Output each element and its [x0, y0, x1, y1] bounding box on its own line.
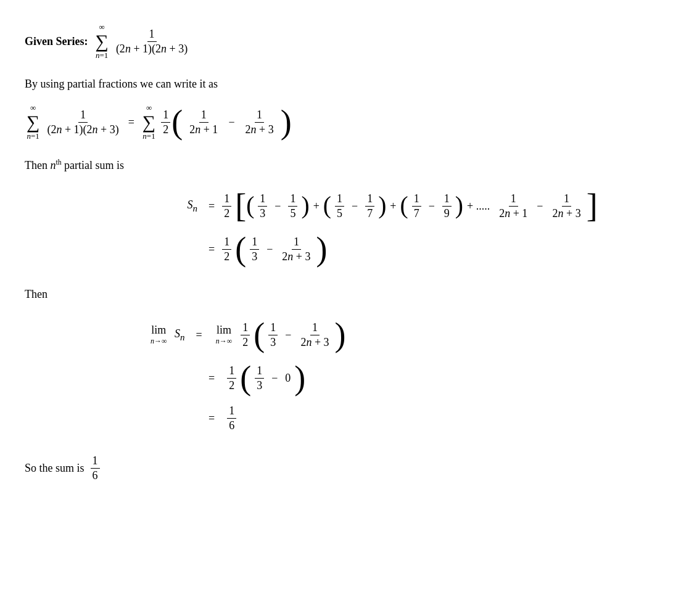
- sn-p2-minus: −: [352, 200, 358, 213]
- sn-tail-f1: 1 2n + 1: [496, 192, 530, 220]
- sn-align: Sn = 1 2 [ ( 1 3: [25, 184, 664, 271]
- sn-tail-f2: 1 2n + 3: [550, 192, 584, 220]
- sn-tail-minus: −: [537, 200, 543, 213]
- sn-p3-lp: (: [400, 194, 408, 218]
- lim-eq1: lim n→∞ Sn = lim n→∞ 1: [148, 318, 346, 351]
- pf-half: 1 2: [160, 109, 171, 136]
- sn-eq2-lp: (: [235, 232, 246, 266]
- lim-sym2: lim: [217, 324, 231, 337]
- pf-sigma-bot: n=1: [27, 131, 39, 141]
- partial-fractions-section: By using partial fractions we can write …: [25, 78, 664, 141]
- sn-eq2-frac-1-3: 1 3: [250, 236, 259, 263]
- lim-f2: 1 2n + 3: [297, 321, 332, 349]
- lim-eq2-lp: (: [240, 361, 251, 395]
- sn-eq1: Sn = 1 2 [ ( 1 3: [148, 189, 598, 223]
- sn-frac-1-9: 1 9: [442, 192, 452, 220]
- lim-sub2: n→∞: [216, 337, 233, 346]
- lim-sym2-block: lim n→∞: [216, 324, 233, 346]
- lim-frac-1-6: 1 6: [227, 405, 236, 432]
- pf-half-num: 1: [161, 109, 170, 123]
- pf-sigma-right-sym: ∑: [142, 113, 155, 131]
- sn-frac-1-7: 1 7: [365, 192, 374, 220]
- pf-inner-frac1: 1 2n + 1: [186, 109, 221, 136]
- then-text: Then: [25, 288, 664, 301]
- sn-p3-minus: −: [429, 200, 435, 213]
- lim-frac-1-2n3: 1 2n + 3: [299, 321, 331, 349]
- sn-p3-f1: 1 7: [411, 192, 423, 220]
- given-series-sigma: ∞ ∑ n=1: [95, 22, 108, 60]
- sn-half-den: 2: [222, 207, 231, 220]
- pf-frac2: 1 2n + 3: [244, 109, 276, 136]
- pf-frac2-num: 1: [255, 109, 264, 123]
- pf-sigma-sym: ∑: [27, 113, 39, 131]
- lim-eq2-f1: 1 3: [254, 364, 265, 392]
- sn-p1-f2: 1 5: [287, 192, 299, 220]
- sn-plus1: +: [313, 200, 320, 213]
- pf-half-den: 2: [161, 123, 170, 136]
- sn-p2-f2: 1 7: [364, 192, 376, 220]
- partial-fractions-eq-row: ∞ ∑ n=1 1 (2n + 1)(2n + 3) = ∞ ∑ n=1: [25, 103, 664, 141]
- lim-sn: lim n→∞: [151, 324, 167, 346]
- sn-eq2-f1: 1 3: [249, 236, 260, 263]
- lim-eq2-frac-1-3: 1 3: [255, 364, 264, 392]
- sn-p1-lp: (: [246, 194, 254, 218]
- sn-p1-f1: 1 3: [257, 192, 268, 220]
- conclusion-row: So the sum is 1 6: [25, 454, 664, 482]
- sn-p1-minus: −: [274, 200, 281, 213]
- given-series-row: Given Series: ∞ ∑ n=1 1 (2n + 1)(2n + 3): [25, 22, 664, 60]
- lim-half-frac: 1 2: [241, 321, 250, 349]
- sn-frac-1-5b: 1 5: [335, 192, 344, 220]
- lim-eq2: = 1 2 ( 1 3 − 0: [148, 361, 305, 395]
- pf-equals: =: [128, 116, 134, 129]
- sn-lbracket: [: [235, 189, 246, 223]
- conclusion-frac-1-6: 1 6: [91, 454, 100, 482]
- limit-align: lim n→∞ Sn = lim n→∞ 1: [25, 313, 664, 437]
- pf-half-frac: 1 2: [161, 109, 170, 136]
- pf-frac1: 1 2n + 1: [188, 109, 220, 136]
- lim-eq2-zero: 0: [285, 372, 291, 385]
- given-series-label: Given Series:: [25, 35, 88, 48]
- sn-p2-rp: ): [378, 194, 386, 218]
- sn-frac-1-2n3: 1 2n + 3: [551, 192, 583, 220]
- conclusion-frac: 1 6: [89, 454, 101, 482]
- sn-half-frac: 1 2: [222, 192, 231, 220]
- sn-p2-f1: 1 5: [334, 192, 345, 220]
- lim-eq2-half-frac: 1 2: [227, 364, 236, 392]
- lim-minus: −: [285, 329, 291, 342]
- lim-lp: (: [254, 318, 265, 351]
- sn-eq2-f2: 1 2n + 3: [279, 236, 313, 263]
- given-frac-num: 1: [147, 28, 157, 42]
- lim-eq1-equals: =: [196, 329, 202, 342]
- pf-frac2-den: 2n + 3: [244, 123, 276, 136]
- sn-p2-lp: (: [323, 194, 331, 218]
- sn-plus2: +: [390, 200, 396, 213]
- pf-frac-left-inner: 1 (2n + 1)(2n + 3): [45, 109, 120, 136]
- sn-dots: + .....: [467, 200, 490, 213]
- nth-partial-sum-section: Then nth partial sum is Sn = 1 2 [ (: [25, 158, 664, 271]
- lim-rp: ): [335, 318, 346, 351]
- pf-frac1-num: 1: [199, 109, 208, 123]
- sn-eq1-equals: =: [208, 200, 215, 213]
- pf-frac-left-num: 1: [78, 109, 88, 123]
- lim-eq2-half: 1 2: [226, 364, 237, 392]
- partial-fractions-text: By using partial fractions we can write …: [25, 78, 664, 91]
- then-section: Then lim n→∞ Sn = lim: [25, 288, 664, 437]
- given-series-frac: 1 (2n + 1)(2n + 3): [113, 28, 191, 55]
- lim-sn-sym: Sn: [175, 327, 185, 340]
- lim-eq3-result: 1 6: [226, 405, 237, 432]
- sn-eq2: = 1 2 ( 1 3 −: [148, 232, 327, 266]
- pf-lparen: (: [171, 105, 183, 139]
- sn-half-num: 1: [222, 192, 231, 207]
- lim-f1: 1 3: [267, 321, 279, 349]
- given-series-section: Given Series: ∞ ∑ n=1 1 (2n + 1)(2n + 3): [25, 22, 664, 60]
- pf-sigma-left: ∞ ∑ n=1: [27, 103, 39, 141]
- conclusion-section: So the sum is 1 6: [25, 454, 664, 482]
- sn-eq2-rp: ): [316, 232, 327, 266]
- sigma-symbol: ∑: [95, 32, 108, 51]
- pf-inner-frac2: 1 2n + 3: [242, 109, 277, 136]
- pf-frac-left: 1 (2n + 1)(2n + 3): [44, 109, 122, 136]
- sn-eq2-half-frac: 1 2: [222, 236, 231, 263]
- pf-minus: −: [228, 116, 234, 129]
- partial-fractions-eq: ∞ ∑ n=1 1 (2n + 1)(2n + 3) = ∞ ∑ n=1: [25, 103, 664, 141]
- math-content: Given Series: ∞ ∑ n=1 1 (2n + 1)(2n + 3)…: [25, 22, 664, 482]
